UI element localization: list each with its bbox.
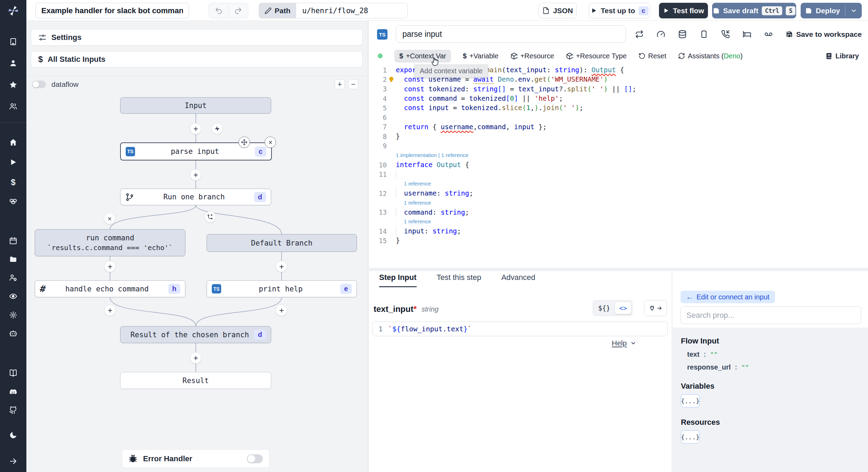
code-editor[interactable]: 1export async function main(text_input: … — [369, 65, 868, 246]
add-resource-type-button[interactable]: +Resource Type — [566, 52, 627, 60]
database-icon[interactable] — [678, 30, 687, 39]
node-result[interactable]: Result — [120, 372, 271, 389]
node-run-command-branch[interactable]: run command `results.c.command === 'echo… — [35, 229, 185, 256]
sidebar-favorites-icon[interactable] — [9, 81, 17, 89]
redo-button[interactable] — [229, 3, 248, 18]
sidebar-github-icon[interactable] — [9, 406, 17, 414]
deploy-button[interactable]: Deploy — [801, 3, 862, 18]
sidebar-variables-icon[interactable]: $ — [9, 177, 17, 186]
tab-test-this-step[interactable]: Test this step — [437, 273, 481, 287]
assistants-button[interactable]: Assistants (Deno) — [678, 52, 743, 60]
search-prop-input[interactable] — [681, 306, 861, 324]
help-row: Help — [612, 339, 636, 347]
connect-input-button[interactable] — [644, 300, 667, 316]
sidebar-expand-icon[interactable] — [9, 457, 17, 465]
expression-editor[interactable]: 1 `${flow_input.text}` — [373, 322, 668, 336]
sidebar-ai-icon[interactable] — [9, 329, 17, 338]
sidebar-schedules-icon[interactable] — [9, 237, 17, 245]
test-flow-button[interactable]: Test flow — [659, 3, 708, 18]
sidebar-docs-icon[interactable] — [9, 369, 17, 377]
pencil-icon — [265, 7, 272, 14]
error-handler-toggle[interactable] — [247, 454, 263, 463]
save-to-workspace-button[interactable]: Save to workspace — [786, 30, 862, 39]
add-step-button[interactable] — [190, 352, 201, 364]
sidebar-audit-logs-icon[interactable] — [9, 292, 17, 300]
sidebar-members-icon[interactable] — [9, 102, 17, 110]
add-step-button[interactable] — [104, 305, 116, 316]
sidebar-dark-mode-icon[interactable] — [9, 431, 17, 439]
repeat-icon[interactable] — [635, 30, 644, 39]
flow-input-entry[interactable]: text:"" — [687, 350, 868, 358]
path-group[interactable]: Path u/henri/flow_28 — [259, 3, 408, 18]
node-print-help[interactable]: TS print help e — [207, 280, 357, 297]
code-mode-button[interactable]: <> — [615, 302, 631, 314]
add-step-button[interactable] — [276, 261, 287, 272]
node-input[interactable]: Input — [120, 97, 271, 114]
voicemail-icon[interactable] — [764, 30, 773, 39]
edit-or-connect-button[interactable]: ← Edit or connect an input — [681, 291, 775, 303]
json-button[interactable]: JSON — [539, 3, 577, 18]
sidebar-groups-icon[interactable] — [9, 273, 17, 282]
reset-button[interactable]: Reset — [639, 52, 666, 60]
add-resource-button[interactable]: +Resource — [510, 52, 554, 60]
gauge-icon[interactable] — [657, 30, 665, 39]
sidebar-folders-icon[interactable] — [9, 255, 17, 263]
step-name-input[interactable] — [396, 25, 626, 43]
code-line: 14 input: string; — [369, 226, 868, 236]
node-id-badge: d — [254, 192, 266, 202]
props-picker-panel: ← Edit or connect an input Flow Input te… — [672, 271, 868, 472]
add-branch-button[interactable] — [205, 211, 216, 223]
tab-step-input[interactable]: Step Input — [379, 273, 417, 287]
add-step-button[interactable] — [276, 305, 287, 316]
sidebar-discord-icon[interactable] — [9, 388, 17, 396]
variables-object-button[interactable]: {...} — [681, 394, 700, 407]
chevron-down-icon[interactable] — [630, 340, 636, 346]
remove-branch-button[interactable] — [104, 213, 115, 224]
add-step-button[interactable] — [190, 123, 201, 134]
help-link[interactable]: Help — [612, 339, 627, 347]
sidebar-resources-icon[interactable] — [9, 197, 17, 206]
add-context-var-button[interactable]: $ +Context Var — [394, 50, 451, 63]
windmill-logo[interactable] — [7, 4, 19, 17]
sidebar-runs-icon[interactable] — [9, 158, 17, 166]
input-mode-toggle: ${} <> — [593, 300, 633, 316]
tab-advanced[interactable]: Advanced — [501, 273, 535, 287]
node-handle-echo-command[interactable]: # handle echo command h — [35, 280, 185, 297]
resources-object-button[interactable]: {...} — [681, 430, 700, 444]
flow-input-entry[interactable]: response_url:"" — [687, 363, 868, 371]
node-run-one-branch[interactable]: Run one branch d — [120, 189, 271, 205]
library-button[interactable]: Library — [825, 52, 859, 60]
sidebar-user-icon[interactable] — [9, 59, 17, 67]
save-icon — [805, 7, 812, 14]
codelens-row[interactable]: 1 implementation | 1 reference — [369, 151, 868, 160]
move-node-button[interactable] — [239, 136, 250, 148]
save-draft-button[interactable]: Save draft Ctrl S — [712, 3, 796, 18]
codelens-row[interactable]: 1 reference — [369, 198, 868, 207]
path-value[interactable]: u/henri/flow_28 — [296, 3, 407, 18]
codelens-row[interactable]: 1 reference — [369, 179, 868, 189]
node-default-branch[interactable]: Default Branch — [207, 234, 357, 252]
undo-button[interactable] — [209, 3, 229, 18]
topbar: Path u/henri/flow_28 JSON Test up to c T… — [26, 0, 868, 21]
flow-title-input[interactable] — [35, 3, 189, 18]
template-mode-button[interactable]: ${} — [594, 302, 614, 314]
sidebar-workspace-icon[interactable] — [9, 38, 17, 46]
box-icon — [510, 52, 518, 60]
window-icon[interactable] — [700, 30, 708, 39]
sidebar-home-icon[interactable] — [9, 138, 17, 147]
codelens-row[interactable]: 1 reference — [369, 217, 868, 226]
add-step-button[interactable] — [190, 169, 201, 181]
add-variable-button[interactable]: $ +Variable — [463, 52, 499, 60]
test-up-to-button[interactable]: Test up to c — [589, 3, 650, 18]
expression-code[interactable]: `${flow_input.text}` — [388, 325, 472, 333]
trigger-bolt-button[interactable] — [211, 123, 223, 134]
node-result-of-chosen-branch[interactable]: Result of the chosen branch d — [120, 326, 271, 343]
phone-incoming-icon[interactable] — [721, 30, 730, 39]
editor-toolbar: Save to workspace — [635, 30, 862, 39]
chevron-down-icon[interactable] — [850, 7, 857, 14]
sleep-icon[interactable] — [743, 30, 751, 39]
horizontal-splitter[interactable] — [368, 268, 868, 271]
delete-node-button[interactable] — [265, 136, 276, 148]
sidebar-workers-icon[interactable] — [9, 311, 17, 319]
add-step-button[interactable] — [104, 261, 116, 272]
